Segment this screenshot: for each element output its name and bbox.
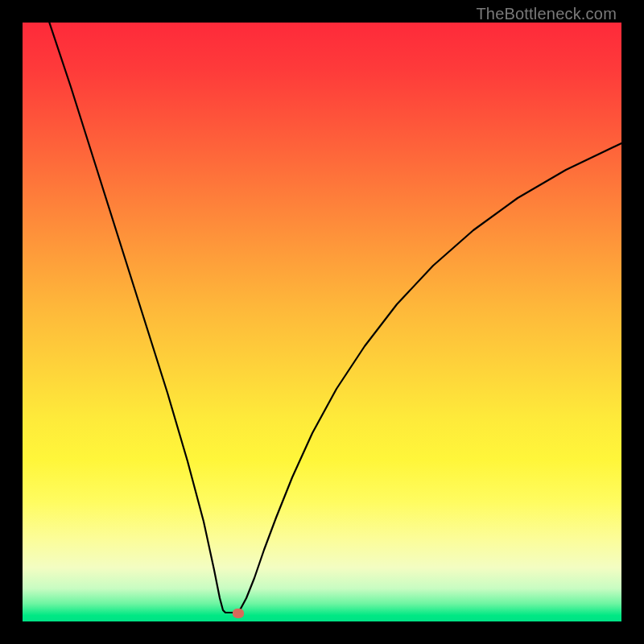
bottleneck-curve (23, 23, 621, 621)
plot-area (23, 23, 621, 621)
optimal-point-marker (233, 609, 244, 618)
chart-frame: TheBottleneck.com (0, 0, 644, 644)
watermark-text: TheBottleneck.com (476, 5, 617, 23)
